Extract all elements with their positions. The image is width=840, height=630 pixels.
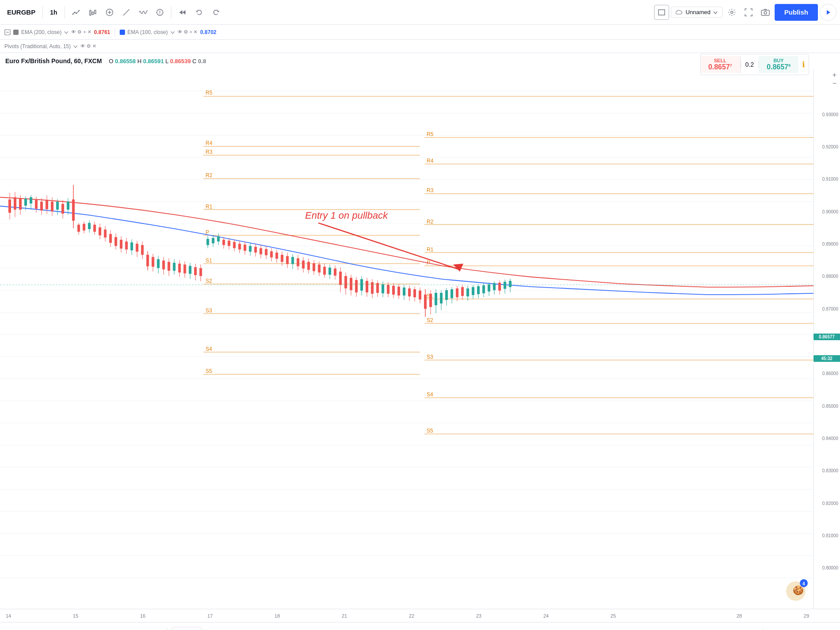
svg-rect-177 bbox=[233, 242, 236, 248]
wave-icon[interactable] bbox=[136, 5, 151, 20]
svg-rect-131 bbox=[109, 234, 112, 243]
quantity-field[interactable]: 0.2 bbox=[741, 61, 759, 68]
svg-rect-167 bbox=[207, 239, 209, 245]
pa-tick-92: 0.92000 bbox=[822, 144, 839, 149]
svg-rect-133 bbox=[114, 237, 117, 246]
play-button[interactable] bbox=[820, 4, 836, 21]
svg-text:R3: R3 bbox=[427, 187, 434, 194]
ema100-label[interactable]: EMA (100, close) bbox=[128, 29, 168, 35]
svg-rect-187 bbox=[260, 248, 262, 254]
chart-pair-label[interactable]: Euro Fx/British Pound, 60, FXCM bbox=[5, 57, 102, 65]
ema200-eye-icon[interactable]: 👁 bbox=[71, 29, 76, 35]
tf-1y[interactable]: 1Y bbox=[115, 627, 129, 630]
tf-1d[interactable]: 1D bbox=[7, 627, 22, 630]
pivots-row: Pivots (Traditional, Auto, 15) 👁 ⚙ ✕ bbox=[4, 43, 96, 49]
line-icon[interactable] bbox=[119, 5, 134, 20]
time-label-17: 17 bbox=[207, 613, 212, 619]
pivots-label[interactable]: Pivots (Traditional, Auto, 15) bbox=[4, 43, 71, 49]
ema100-gear-icon[interactable]: ⚙ bbox=[184, 29, 188, 35]
collapse-icon[interactable] bbox=[4, 29, 11, 35]
fullscreen-icon[interactable] bbox=[741, 5, 756, 20]
ema200-plus-icon[interactable]: + bbox=[83, 29, 86, 35]
timer-label: 45:32 bbox=[814, 355, 840, 362]
percent-toggle[interactable]: % bbox=[768, 627, 780, 630]
cloud-name-button[interactable]: Unnamed bbox=[671, 7, 722, 18]
ema100-eye-icon[interactable]: 👁 bbox=[178, 29, 182, 35]
ema200-chevron[interactable] bbox=[64, 30, 68, 34]
svg-rect-109 bbox=[51, 201, 53, 211]
svg-marker-22 bbox=[827, 10, 830, 15]
tf-5d[interactable]: 5D bbox=[24, 627, 39, 630]
auto-toggle[interactable]: auto bbox=[800, 627, 818, 630]
ema100-close-icon[interactable]: ✕ bbox=[193, 29, 197, 35]
rectangle-icon[interactable] bbox=[654, 5, 669, 20]
publish-button[interactable]: Publish bbox=[775, 4, 818, 21]
chart-settings-icon[interactable] bbox=[724, 5, 739, 20]
symbol-label[interactable]: EURGBP bbox=[4, 8, 39, 16]
chart-body[interactable]: Euro Fx/British Pound, 60, FXCM O 0.8655… bbox=[0, 53, 840, 609]
toolbar-divider-1 bbox=[42, 6, 43, 19]
pa-tick-88: 0.88000 bbox=[822, 274, 839, 279]
tf-1m[interactable]: 1M bbox=[41, 627, 56, 630]
log-toggle[interactable]: log bbox=[782, 627, 797, 630]
add-icon[interactable] bbox=[102, 5, 117, 20]
pivots-eye-icon[interactable]: 👁 bbox=[80, 43, 85, 49]
bb-divider bbox=[167, 628, 167, 630]
pa-tick-83: 0.83000 bbox=[822, 468, 839, 473]
camera-icon[interactable] bbox=[758, 5, 773, 20]
svg-text:R1: R1 bbox=[206, 204, 213, 210]
tf-all[interactable]: All bbox=[149, 627, 162, 630]
svg-text:R3: R3 bbox=[206, 149, 213, 155]
tf-ytd[interactable]: YTD bbox=[94, 627, 113, 630]
svg-rect-143 bbox=[141, 245, 144, 255]
goto-button[interactable]: Go to... bbox=[172, 627, 202, 630]
svg-rect-237 bbox=[392, 286, 395, 295]
tf-3m[interactable]: 3M bbox=[59, 627, 74, 630]
svg-rect-217 bbox=[339, 272, 342, 285]
ema100-chevron[interactable] bbox=[170, 30, 175, 34]
pivots-chevron[interactable] bbox=[73, 45, 78, 48]
pivots-close-icon[interactable]: ✕ bbox=[92, 43, 96, 49]
undo-icon[interactable] bbox=[192, 5, 207, 20]
tf-5y[interactable]: 5Y bbox=[132, 627, 146, 630]
svg-text:S4: S4 bbox=[206, 346, 212, 352]
chart-type-icon[interactable] bbox=[85, 5, 100, 20]
timeframe-button[interactable]: 1h bbox=[46, 7, 61, 18]
chart-canvas[interactable]: R5 R4 R3 R2 R1 P S1 S2 S3 S4 S5 R5 R4 R3… bbox=[0, 69, 814, 609]
tf-6m[interactable]: 6M bbox=[76, 627, 91, 630]
svg-rect-137 bbox=[125, 242, 128, 250]
pivots-gear-icon[interactable]: ⚙ bbox=[87, 43, 91, 49]
info-icon[interactable]: ℹ bbox=[798, 60, 809, 69]
indicator-color-box-2 bbox=[120, 30, 125, 35]
indicators-icon[interactable] bbox=[68, 5, 83, 20]
buy-side[interactable]: BUY 0.86579 bbox=[759, 56, 798, 73]
sell-side[interactable]: SELL 0.86577 bbox=[700, 56, 741, 73]
redo-icon[interactable] bbox=[208, 5, 223, 20]
svg-rect-259 bbox=[450, 289, 453, 298]
ema100-plus-icon[interactable]: + bbox=[189, 29, 192, 35]
rewind-icon[interactable] bbox=[175, 5, 190, 20]
svg-rect-201 bbox=[297, 258, 299, 266]
ema200-value: 0.8761 bbox=[94, 29, 110, 35]
svg-rect-281 bbox=[509, 281, 511, 287]
svg-rect-183 bbox=[249, 246, 252, 252]
svg-rect-223 bbox=[355, 280, 358, 292]
svg-text:S1: S1 bbox=[206, 258, 212, 264]
alert-icon[interactable] bbox=[152, 5, 167, 20]
buy-label: BUY bbox=[773, 58, 783, 63]
svg-text:S3: S3 bbox=[206, 307, 212, 314]
svg-rect-241 bbox=[403, 288, 405, 296]
svg-rect-139 bbox=[130, 243, 133, 250]
ind-divider-1 bbox=[115, 28, 115, 36]
ema200-gear-icon[interactable]: ⚙ bbox=[77, 29, 82, 35]
price-zoom-controls[interactable]: +− bbox=[829, 69, 840, 89]
svg-rect-123 bbox=[88, 223, 91, 229]
ema200-label[interactable]: EMA (200, close) bbox=[21, 29, 61, 35]
time-axis: 14 15 16 17 18 21 22 23 24 25 28 29 bbox=[0, 609, 840, 622]
ema200-close-icon[interactable]: ✕ bbox=[87, 29, 91, 35]
svg-rect-163 bbox=[194, 267, 197, 275]
svg-point-2 bbox=[76, 12, 77, 14]
chart-settings-bottom-icon[interactable] bbox=[821, 627, 833, 630]
svg-rect-113 bbox=[61, 204, 64, 214]
svg-rect-161 bbox=[189, 266, 191, 274]
